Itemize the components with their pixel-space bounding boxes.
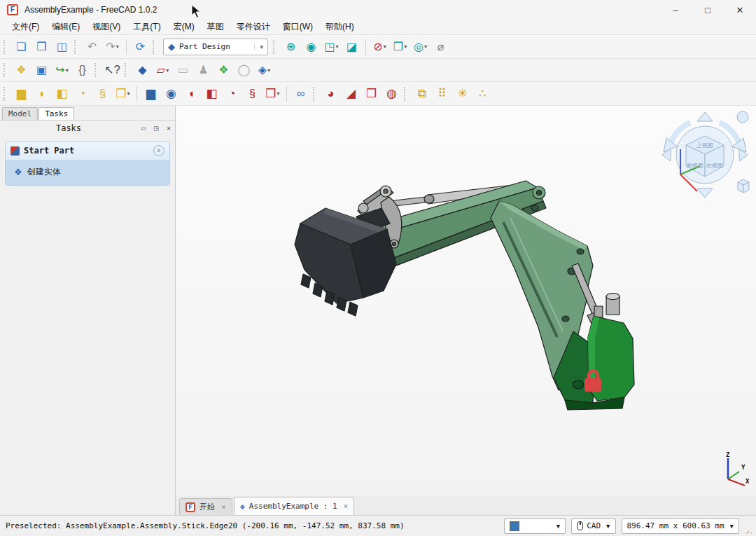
pocket-button[interactable]: ▆ xyxy=(141,84,160,103)
align-to-selection-button[interactable]: ◪ xyxy=(342,37,361,56)
create-group-button[interactable]: ▣ xyxy=(32,61,51,80)
menu-macro[interactable]: 宏(M) xyxy=(167,20,201,34)
subtractive-pipe-button[interactable]: ◔ xyxy=(223,84,241,103)
boolean-operation-button[interactable]: ∞ xyxy=(291,84,310,103)
dock-close-icon[interactable]: ✕ xyxy=(162,124,175,132)
toolbar-grip xyxy=(125,63,129,77)
start-part-header[interactable]: Start Part « xyxy=(6,142,169,160)
view-sync-button[interactable]: ◎▾ xyxy=(411,37,430,56)
document-tab-start-page[interactable]: 开始× xyxy=(179,498,232,515)
workbench-selector-icon: ◆ xyxy=(168,41,175,52)
z-axis-label: Z xyxy=(726,451,730,458)
draft-button[interactable]: ❒ xyxy=(362,84,381,103)
whats-this-button[interactable]: ↖? xyxy=(103,61,122,80)
toolbar-file-view: ❏❒◫↶↷▾⟳◆Part Design▾⊕◉◳▾◪⊘▾❒▾◎▾⌀ xyxy=(0,35,756,59)
edit-sketch-button[interactable]: ▭ xyxy=(174,61,192,80)
workbench-selector[interactable]: ◆Part Design▾ xyxy=(163,39,268,55)
create-body-button[interactable]: ◆ xyxy=(133,61,152,80)
shape-binder-button[interactable]: ◯ xyxy=(234,61,253,80)
document-tab-assembly-example[interactable]: AssemblyExample : 1× xyxy=(234,497,355,515)
dock-float-icon[interactable]: ◳ xyxy=(150,124,162,132)
save-document-button[interactable]: ◫ xyxy=(52,37,71,56)
chamfer-button[interactable]: ◢ xyxy=(342,84,360,103)
nav-circle-button[interactable] xyxy=(737,111,748,123)
menu-help[interactable]: 帮助(H) xyxy=(319,20,360,34)
freecad-logo-icon xyxy=(7,4,18,15)
redo-icon: ↷ xyxy=(106,41,115,53)
create-group-icon: ▣ xyxy=(36,64,47,76)
additive-primitive-button[interactable]: ❒▾ xyxy=(113,84,132,103)
thickness-button[interactable]: ◍ xyxy=(382,84,401,103)
zoom-selection-button[interactable]: ◉ xyxy=(302,37,321,56)
subtractive-box-button[interactable]: ◧ xyxy=(202,84,221,103)
tab-close-icon[interactable]: × xyxy=(221,502,226,511)
toolbar-grip xyxy=(313,87,317,101)
polar-pattern-button[interactable]: ✳ xyxy=(453,84,472,103)
box-element-selection-button[interactable]: ❒▾ xyxy=(391,37,410,56)
navigation-style-dropdown[interactable]: CAD ▼ xyxy=(571,518,615,534)
maximize-button[interactable]: □ xyxy=(692,0,724,20)
expressions-button[interactable]: {} xyxy=(73,61,92,80)
dropdown-caret-icon: ▾ xyxy=(424,43,427,50)
fit-all-button[interactable]: ⊕ xyxy=(281,37,300,56)
color-style-dropdown[interactable]: ▼ xyxy=(504,518,566,534)
create-part-button[interactable]: ❖ xyxy=(12,61,31,80)
navigation-cube[interactable]: 上视图 前视图 右视图 xyxy=(659,110,750,200)
task-item-create-solid[interactable]: 创建实体 xyxy=(6,160,169,185)
window-resize-grip[interactable] xyxy=(745,516,755,536)
datum-button[interactable]: ◈▾ xyxy=(255,61,274,80)
dock-minimize-icon[interactable]: ▭ xyxy=(137,124,150,132)
dock-tab-tasks[interactable]: Tasks xyxy=(38,107,74,120)
sketch-validate-button[interactable]: ❖ xyxy=(214,61,233,80)
multi-transform-button[interactable]: ∴ xyxy=(473,84,492,103)
hole-icon: ◉ xyxy=(166,88,176,99)
dropdown-caret-icon: ▼ xyxy=(556,523,560,530)
menu-sketch[interactable]: 草图 xyxy=(201,20,230,34)
pad-button[interactable]: ▆ xyxy=(12,84,31,103)
menu-edit[interactable]: 编辑(E) xyxy=(46,20,86,34)
open-document-button[interactable]: ❒ xyxy=(32,37,51,56)
create-sketch-button[interactable]: ▱▾ xyxy=(153,61,172,80)
menu-part-design[interactable]: 零件设计 xyxy=(230,20,276,34)
new-document-button[interactable]: ❏ xyxy=(12,37,31,56)
toolbar-grip xyxy=(94,63,99,77)
minimize-button[interactable]: – xyxy=(659,0,692,20)
start-part-section: Start Part « 创建实体 xyxy=(5,141,170,186)
axonometric-view-icon: ◳ xyxy=(324,41,335,53)
revolution-button[interactable]: ◖ xyxy=(32,84,51,103)
menu-window[interactable]: 窗口(W) xyxy=(276,20,319,34)
additive-helix-button[interactable]: § xyxy=(93,84,112,103)
undo-button[interactable]: ↶ xyxy=(83,37,102,56)
additive-box-button[interactable]: ◧ xyxy=(52,84,71,103)
measure-button[interactable]: ⌀ xyxy=(431,37,450,56)
make-link-button[interactable]: ↪▾ xyxy=(52,61,71,80)
clipping-plane-button[interactable]: ⊘▾ xyxy=(370,37,389,56)
nav-arrow-down[interactable] xyxy=(697,188,713,198)
axonometric-view-button[interactable]: ◳▾ xyxy=(322,37,341,56)
menu-view[interactable]: 视图(V) xyxy=(86,20,127,34)
3d-viewport[interactable]: 上视图 前视图 右视图 Z Y X xyxy=(175,106,756,496)
map-sketch-to-face-button[interactable]: ♟ xyxy=(194,61,213,80)
collapse-button[interactable]: « xyxy=(153,145,164,156)
dock-tab-model[interactable]: Model xyxy=(2,107,38,120)
tab-close-icon[interactable]: × xyxy=(344,502,349,511)
fillet-button[interactable]: ◕ xyxy=(321,84,340,103)
section-title: Start Part xyxy=(24,146,153,156)
mirrored-button[interactable]: ⧉ xyxy=(412,84,431,103)
menu-tools[interactable]: 工具(T) xyxy=(127,20,167,34)
subtractive-primitive-button[interactable]: ❒▾ xyxy=(263,84,282,103)
hole-button[interactable]: ◉ xyxy=(162,84,181,103)
additive-pipe-button[interactable]: ◔ xyxy=(73,84,92,103)
redo-button[interactable]: ↷▾ xyxy=(103,37,122,56)
nav-arrow-up[interactable] xyxy=(697,112,713,121)
close-button[interactable]: ✕ xyxy=(724,0,756,20)
subtractive-helix-button[interactable]: § xyxy=(243,84,262,103)
bucket[interactable] xyxy=(295,208,396,316)
revolution-icon: ◖ xyxy=(38,88,45,99)
task-item-label: 创建实体 xyxy=(27,166,61,178)
menu-file[interactable]: 文件(F) xyxy=(6,20,46,34)
groove-button[interactable]: ◖ xyxy=(182,84,201,103)
view-size-dropdown[interactable]: 896.47 mm x 600.63 mm ▼ xyxy=(622,518,740,534)
refresh-button[interactable]: ⟳ xyxy=(131,37,150,56)
linear-pattern-button[interactable]: ⠿ xyxy=(433,84,451,103)
